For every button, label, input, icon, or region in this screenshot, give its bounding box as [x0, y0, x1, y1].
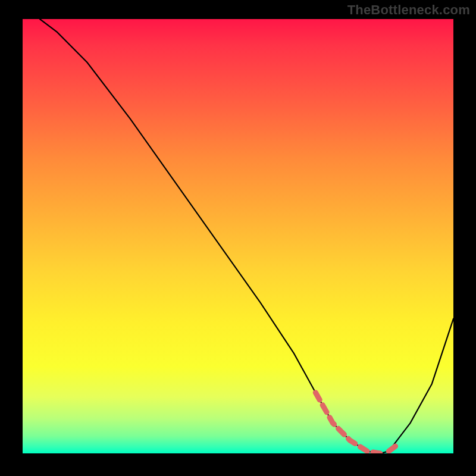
highlight-valley-left — [315, 393, 380, 453]
main-curve — [40, 19, 453, 453]
watermark-text: TheBottleneck.com — [347, 2, 470, 18]
chart-frame: TheBottleneck.com — [0, 0, 476, 476]
plot-area — [23, 19, 453, 453]
curve-layer — [23, 19, 453, 453]
highlight-valley-right — [389, 444, 397, 451]
